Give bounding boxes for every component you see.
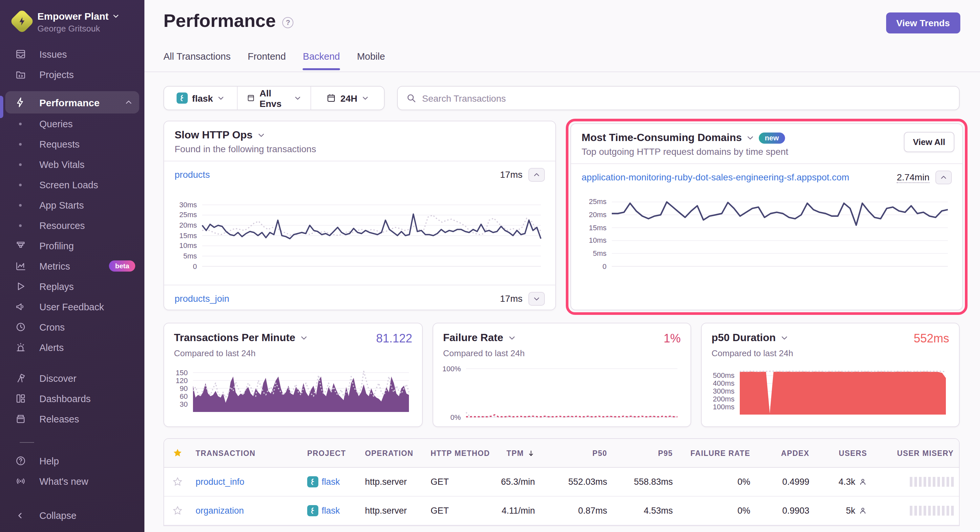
p50-cell: 0.87ms xyxy=(540,506,612,516)
search-icon xyxy=(406,93,416,103)
search-bar xyxy=(397,86,960,110)
chevron-up-icon xyxy=(125,98,133,106)
transaction-row: products_join 17ms xyxy=(164,285,555,311)
star-toggle[interactable] xyxy=(172,506,182,516)
calendar-icon xyxy=(326,93,336,103)
project-filter[interactable]: flask xyxy=(164,87,237,110)
p50-duration-value: 552ms xyxy=(914,332,949,346)
p50-duration-title[interactable]: p50 Duration xyxy=(711,332,788,344)
tpm-value: 81.122 xyxy=(376,332,412,346)
search-input[interactable] xyxy=(422,93,950,103)
tpm-title[interactable]: Transactions Per Minute xyxy=(174,332,308,344)
project-link[interactable]: flask xyxy=(321,477,340,487)
transaction-link[interactable]: organization xyxy=(196,506,244,516)
p95-cell: 4.53ms xyxy=(612,506,678,516)
environment-filter[interactable]: All Envs xyxy=(237,87,310,110)
main-content: Performance ? View Trends All Transactio… xyxy=(145,0,980,532)
sidebar-item-issues[interactable]: Issues xyxy=(0,44,145,64)
tab-backend[interactable]: Backend xyxy=(303,51,340,70)
project-filter-label: flask xyxy=(192,93,213,103)
column-header-http_method[interactable]: HTTP METHOD xyxy=(425,449,484,457)
p50-duration-chart: 500ms400ms300ms200ms100ms xyxy=(711,365,950,419)
sidebar-item-performance[interactable]: Performance xyxy=(5,91,139,113)
sidebar: Empower Plant George Gritsouk Issues Pro… xyxy=(0,0,145,532)
column-header-users[interactable]: USERS xyxy=(815,449,872,457)
tab-frontend[interactable]: Frontend xyxy=(248,51,286,70)
users-cell: 5k xyxy=(815,506,872,516)
window-icon xyxy=(247,93,255,103)
org-switcher[interactable]: Empower Plant George Gritsouk xyxy=(0,0,145,33)
crons-icon xyxy=(14,321,26,333)
sentry-logo-icon xyxy=(10,9,35,34)
column-header-failure_rate[interactable]: FAILURE RATE xyxy=(678,449,756,457)
sidebar-item-projects[interactable]: Projects xyxy=(0,64,145,85)
user-misery-bars xyxy=(910,477,954,487)
p50-cell: 552.03ms xyxy=(540,477,612,487)
sidebar-subitem-requests[interactable]: Requests xyxy=(0,134,145,154)
tab-all-transactions[interactable]: All Transactions xyxy=(164,51,231,70)
transaction-link[interactable]: product_info xyxy=(196,477,245,487)
sidebar-subitem-app-starts[interactable]: App Starts xyxy=(0,195,145,215)
sidebar-item-whatsnew[interactable]: What's new xyxy=(0,471,145,491)
chevron-down-icon xyxy=(300,334,308,342)
tab-mobile[interactable]: Mobile xyxy=(357,51,385,70)
sidebar-subitem-web-vitals[interactable]: Web Vitals xyxy=(0,154,145,175)
transaction-link[interactable]: products xyxy=(175,169,210,180)
sidebar-subitem-screen-loads[interactable]: Screen Loads xyxy=(0,175,145,195)
tpm-cell: 4.11/min xyxy=(484,506,540,516)
sidebar-item-dashboards[interactable]: Dashboards xyxy=(0,388,145,409)
project-link[interactable]: flask xyxy=(321,506,340,516)
sidebar-item-profiling[interactable]: Profiling xyxy=(0,235,145,256)
sidebar-item-alerts[interactable]: Alerts xyxy=(0,337,145,357)
column-header-user_misery[interactable]: USER MISERY xyxy=(872,449,959,457)
org-name: Empower Plant xyxy=(37,11,109,22)
sidebar-item-feedback[interactable]: User Feedback xyxy=(0,297,145,317)
sidebar-item-discover[interactable]: Discover xyxy=(0,368,145,388)
sidebar-subitem-resources[interactable]: Resources xyxy=(0,215,145,235)
failure-rate-cell: 0% xyxy=(678,506,756,516)
failure-rate-title[interactable]: Failure Rate xyxy=(443,332,515,344)
chevron-down-icon xyxy=(257,131,265,139)
sidebar-collapse-button[interactable]: Collapse xyxy=(0,505,145,526)
column-header-p50[interactable]: P50 xyxy=(540,449,612,457)
tpm-cell: 65.3/min xyxy=(484,477,540,487)
sidebar-item-help[interactable]: Help xyxy=(0,451,145,471)
help-icon[interactable]: ? xyxy=(282,17,293,28)
star-toggle[interactable] xyxy=(172,477,182,487)
http-method-cell: GET xyxy=(425,506,484,516)
column-header-project[interactable]: PROJECT xyxy=(302,449,360,457)
lightning-icon xyxy=(14,97,26,108)
date-range-filter[interactable]: 24H xyxy=(310,87,384,110)
active-nav-indicator xyxy=(0,96,3,118)
table-row: product_info flask http.server GET 65.3/… xyxy=(164,468,959,497)
sidebar-subitem-queries[interactable]: Queries xyxy=(0,113,145,134)
metrics-icon xyxy=(14,260,26,272)
column-header-tpm[interactable]: TPM xyxy=(484,449,540,457)
transaction-row: application-monitoring-ruby-dot-sales-en… xyxy=(571,164,962,190)
sidebar-nav: Issues Projects Performance QueriesReque… xyxy=(0,44,145,491)
transaction-link[interactable]: products_join xyxy=(175,293,229,304)
view-trends-button[interactable]: View Trends xyxy=(886,13,960,33)
sidebar-item-replays[interactable]: Replays xyxy=(0,276,145,297)
bullet-icon xyxy=(14,143,26,145)
chevron-left-icon xyxy=(14,511,26,520)
column-header-operation[interactable]: OPERATION xyxy=(360,449,425,457)
column-header-apdex[interactable]: APDEX xyxy=(756,449,815,457)
column-header-p95[interactable]: P95 xyxy=(612,449,678,457)
transaction-link[interactable]: application-monitoring-ruby-dot-sales-en… xyxy=(582,172,850,183)
collapse-row-button[interactable] xyxy=(935,170,952,184)
sidebar-item-releases[interactable]: Releases xyxy=(0,409,145,429)
column-header-transaction[interactable]: TRANSACTION xyxy=(190,449,302,457)
slow-http-ops-title[interactable]: Slow HTTP Ops xyxy=(175,129,545,141)
sidebar-item-metrics[interactable]: Metricsbeta xyxy=(0,256,145,276)
view-all-button[interactable]: View All xyxy=(904,132,955,152)
sidebar-item-crons[interactable]: Crons xyxy=(0,317,145,337)
user-icon xyxy=(859,507,867,515)
domains-title[interactable]: Most Time-Consuming Domains new xyxy=(582,132,952,144)
failure-rate-card: Failure Rate 1% Compared to last 24h 100… xyxy=(433,323,691,427)
most-time-consuming-domains-card: Most Time-Consuming Domains new Top outg… xyxy=(570,123,963,310)
p50-duration-card: p50 Duration 552ms Compared to last 24h … xyxy=(701,323,960,427)
collapse-row-button[interactable] xyxy=(528,168,545,181)
expand-row-button[interactable] xyxy=(528,292,545,305)
flask-project-icon xyxy=(307,476,318,488)
